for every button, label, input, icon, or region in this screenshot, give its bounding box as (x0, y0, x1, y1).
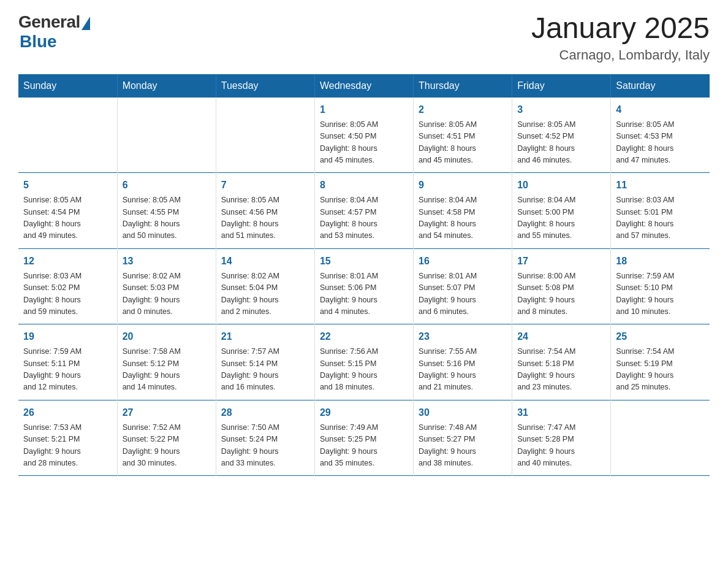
calendar-cell (216, 98, 314, 173)
logo: General Blue (18, 12, 90, 52)
calendar-cell (18, 98, 117, 173)
day-info: Sunrise: 7:54 AMSunset: 5:19 PMDaylight:… (616, 346, 705, 394)
column-header-friday: Friday (512, 74, 611, 98)
calendar-cell: 13Sunrise: 8:02 AMSunset: 5:03 PMDayligh… (117, 248, 216, 324)
calendar-cell: 31Sunrise: 7:47 AMSunset: 5:28 PMDayligh… (512, 400, 611, 476)
logo-triangle-icon (82, 17, 90, 30)
calendar-cell: 11Sunrise: 8:03 AMSunset: 5:01 PMDayligh… (611, 173, 710, 249)
day-number: 2 (419, 102, 507, 117)
day-number: 25 (616, 329, 705, 344)
day-info: Sunrise: 8:02 AMSunset: 5:03 PMDaylight:… (123, 270, 211, 318)
day-info: Sunrise: 8:03 AMSunset: 5:02 PMDaylight:… (23, 270, 112, 318)
day-number: 22 (320, 329, 408, 344)
day-info: Sunrise: 8:01 AMSunset: 5:07 PMDaylight:… (419, 270, 507, 318)
day-number: 13 (123, 254, 211, 269)
column-header-sunday: Sunday (18, 74, 117, 98)
day-info: Sunrise: 8:02 AMSunset: 5:04 PMDaylight:… (221, 270, 309, 318)
day-number: 15 (320, 254, 408, 269)
week-row-2: 5Sunrise: 8:05 AMSunset: 4:54 PMDaylight… (18, 173, 710, 249)
day-number: 28 (221, 405, 309, 420)
day-number: 17 (517, 254, 605, 269)
day-info: Sunrise: 7:59 AMSunset: 5:10 PMDaylight:… (616, 270, 705, 318)
calendar-cell: 23Sunrise: 7:55 AMSunset: 5:16 PMDayligh… (414, 324, 512, 400)
day-info: Sunrise: 7:53 AMSunset: 5:21 PMDaylight:… (23, 422, 112, 470)
day-number: 31 (517, 405, 605, 420)
week-row-4: 19Sunrise: 7:59 AMSunset: 5:11 PMDayligh… (18, 324, 710, 400)
day-info: Sunrise: 8:04 AMSunset: 4:57 PMDaylight:… (320, 194, 408, 242)
calendar-cell: 6Sunrise: 8:05 AMSunset: 4:55 PMDaylight… (117, 173, 216, 249)
calendar-cell: 28Sunrise: 7:50 AMSunset: 5:24 PMDayligh… (216, 400, 314, 476)
column-header-tuesday: Tuesday (216, 74, 314, 98)
calendar-cell: 21Sunrise: 7:57 AMSunset: 5:14 PMDayligh… (216, 324, 314, 400)
day-info: Sunrise: 7:55 AMSunset: 5:16 PMDaylight:… (419, 346, 507, 394)
calendar-cell: 5Sunrise: 8:05 AMSunset: 4:54 PMDaylight… (18, 173, 117, 249)
calendar-cell: 20Sunrise: 7:58 AMSunset: 5:12 PMDayligh… (117, 324, 216, 400)
day-number: 29 (320, 405, 408, 420)
day-number: 5 (23, 178, 112, 193)
day-number: 24 (517, 329, 605, 344)
day-info: Sunrise: 7:58 AMSunset: 5:12 PMDaylight:… (123, 346, 211, 394)
logo-blue-text: Blue (20, 32, 57, 52)
day-info: Sunrise: 8:05 AMSunset: 4:55 PMDaylight:… (123, 194, 211, 242)
week-row-5: 26Sunrise: 7:53 AMSunset: 5:21 PMDayligh… (18, 400, 710, 476)
day-info: Sunrise: 7:56 AMSunset: 5:15 PMDaylight:… (320, 346, 408, 394)
day-number: 3 (517, 102, 605, 117)
day-info: Sunrise: 7:48 AMSunset: 5:27 PMDaylight:… (419, 422, 507, 470)
day-info: Sunrise: 8:01 AMSunset: 5:06 PMDaylight:… (320, 270, 408, 318)
column-header-monday: Monday (117, 74, 216, 98)
day-info: Sunrise: 8:05 AMSunset: 4:56 PMDaylight:… (221, 194, 309, 242)
day-info: Sunrise: 8:05 AMSunset: 4:50 PMDaylight:… (320, 119, 408, 167)
day-info: Sunrise: 7:59 AMSunset: 5:11 PMDaylight:… (23, 346, 112, 394)
location-subtitle: Carnago, Lombardy, Italy (531, 47, 710, 63)
calendar-cell: 24Sunrise: 7:54 AMSunset: 5:18 PMDayligh… (512, 324, 611, 400)
day-number: 4 (616, 102, 705, 117)
day-number: 12 (23, 254, 112, 269)
day-number: 27 (123, 405, 211, 420)
day-number: 23 (419, 329, 507, 344)
day-number: 10 (517, 178, 605, 193)
day-info: Sunrise: 8:04 AMSunset: 4:58 PMDaylight:… (419, 194, 507, 242)
day-info: Sunrise: 7:49 AMSunset: 5:25 PMDaylight:… (320, 422, 408, 470)
calendar-cell: 1Sunrise: 8:05 AMSunset: 4:50 PMDaylight… (314, 98, 413, 173)
calendar-cell: 17Sunrise: 8:00 AMSunset: 5:08 PMDayligh… (512, 248, 611, 324)
calendar-cell: 16Sunrise: 8:01 AMSunset: 5:07 PMDayligh… (414, 248, 512, 324)
day-info: Sunrise: 8:04 AMSunset: 5:00 PMDaylight:… (517, 194, 605, 242)
calendar-cell: 8Sunrise: 8:04 AMSunset: 4:57 PMDaylight… (314, 173, 413, 249)
day-info: Sunrise: 7:52 AMSunset: 5:22 PMDaylight:… (123, 422, 211, 470)
calendar-cell: 12Sunrise: 8:03 AMSunset: 5:02 PMDayligh… (18, 248, 117, 324)
calendar-cell: 18Sunrise: 7:59 AMSunset: 5:10 PMDayligh… (611, 248, 710, 324)
day-info: Sunrise: 7:50 AMSunset: 5:24 PMDaylight:… (221, 422, 309, 470)
header: General Blue January 2025 Carnago, Lomba… (18, 12, 710, 63)
calendar-cell: 22Sunrise: 7:56 AMSunset: 5:15 PMDayligh… (314, 324, 413, 400)
calendar-cell (611, 400, 710, 476)
day-number: 11 (616, 178, 705, 193)
calendar-cell: 2Sunrise: 8:05 AMSunset: 4:51 PMDaylight… (414, 98, 512, 173)
day-number: 21 (221, 329, 309, 344)
calendar-cell: 29Sunrise: 7:49 AMSunset: 5:25 PMDayligh… (314, 400, 413, 476)
calendar-cell: 26Sunrise: 7:53 AMSunset: 5:21 PMDayligh… (18, 400, 117, 476)
day-number: 1 (320, 102, 408, 117)
day-info: Sunrise: 8:05 AMSunset: 4:54 PMDaylight:… (23, 194, 112, 242)
week-row-1: 1Sunrise: 8:05 AMSunset: 4:50 PMDaylight… (18, 98, 710, 173)
column-header-thursday: Thursday (414, 74, 512, 98)
day-info: Sunrise: 7:54 AMSunset: 5:18 PMDaylight:… (517, 346, 605, 394)
calendar-cell: 14Sunrise: 8:02 AMSunset: 5:04 PMDayligh… (216, 248, 314, 324)
calendar-cell: 30Sunrise: 7:48 AMSunset: 5:27 PMDayligh… (414, 400, 512, 476)
day-number: 6 (123, 178, 211, 193)
day-info: Sunrise: 8:03 AMSunset: 5:01 PMDaylight:… (616, 194, 705, 242)
calendar-cell: 15Sunrise: 8:01 AMSunset: 5:06 PMDayligh… (314, 248, 413, 324)
week-row-3: 12Sunrise: 8:03 AMSunset: 5:02 PMDayligh… (18, 248, 710, 324)
day-number: 8 (320, 178, 408, 193)
day-info: Sunrise: 7:47 AMSunset: 5:28 PMDaylight:… (517, 422, 605, 470)
calendar-cell (117, 98, 216, 173)
day-number: 26 (23, 405, 112, 420)
logo-general-text: General (18, 12, 80, 32)
day-number: 19 (23, 329, 112, 344)
calendar-cell: 25Sunrise: 7:54 AMSunset: 5:19 PMDayligh… (611, 324, 710, 400)
day-info: Sunrise: 8:05 AMSunset: 4:52 PMDaylight:… (517, 119, 605, 167)
column-header-wednesday: Wednesday (314, 74, 413, 98)
calendar-cell: 3Sunrise: 8:05 AMSunset: 4:52 PMDaylight… (512, 98, 611, 173)
day-number: 9 (419, 178, 507, 193)
day-info: Sunrise: 8:00 AMSunset: 5:08 PMDaylight:… (517, 270, 605, 318)
title-area: January 2025 Carnago, Lombardy, Italy (531, 12, 710, 63)
